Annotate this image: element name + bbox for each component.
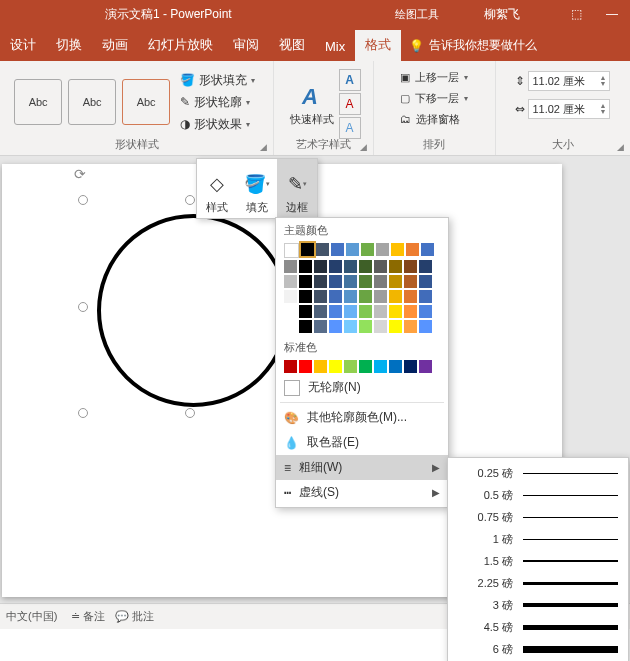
more-colors-item[interactable]: 🎨其他轮廓颜色(M)... [276, 405, 448, 430]
color-swatch[interactable] [419, 305, 432, 318]
color-swatch[interactable] [284, 320, 297, 333]
tab-mix[interactable]: Mix [315, 33, 355, 61]
shape-outline-button[interactable]: ✎形状轮廓▾ [176, 91, 259, 113]
color-swatch[interactable] [299, 305, 312, 318]
color-swatch[interactable] [299, 275, 312, 288]
resize-handle[interactable] [78, 408, 88, 418]
color-swatch[interactable] [374, 320, 387, 333]
color-swatch[interactable] [406, 243, 419, 256]
color-swatch[interactable] [329, 275, 342, 288]
color-swatch[interactable] [314, 260, 327, 273]
color-swatch[interactable] [419, 260, 432, 273]
weight-option[interactable]: 0.25 磅 [448, 462, 628, 484]
language-status[interactable]: 中文(中国) [6, 609, 57, 624]
notes-button[interactable]: ≐ 备注 [71, 609, 105, 624]
shape-style-2[interactable]: Abc [68, 79, 116, 125]
rotate-handle-icon[interactable]: ⟳ [74, 166, 90, 182]
ribbon-options-icon[interactable]: ⬚ [558, 0, 594, 28]
color-swatch[interactable] [299, 260, 312, 273]
mini-style-button[interactable]: ◇ 样式 [197, 159, 237, 218]
shape-width-input[interactable]: 11.02 厘米▲▼ [528, 99, 610, 119]
color-swatch[interactable] [329, 290, 342, 303]
color-swatch[interactable] [314, 320, 327, 333]
shape-height-input[interactable]: 11.02 厘米▲▼ [528, 71, 610, 91]
bring-forward-button[interactable]: ▣上移一层▾ [400, 67, 468, 87]
color-swatch[interactable] [374, 290, 387, 303]
text-fill-button[interactable]: A [339, 69, 361, 91]
shape-fill-button[interactable]: 🪣形状填充▾ [176, 69, 259, 91]
text-effects-button[interactable]: A [339, 117, 361, 139]
color-swatch[interactable] [329, 305, 342, 318]
resize-handle[interactable] [78, 302, 88, 312]
weight-option[interactable]: 2.25 磅 [448, 572, 628, 594]
quick-styles-button[interactable]: A 快速样式 [286, 80, 338, 129]
color-swatch[interactable] [344, 360, 357, 373]
color-swatch[interactable] [344, 290, 357, 303]
color-swatch[interactable] [284, 260, 297, 273]
color-swatch[interactable] [391, 243, 404, 256]
color-swatch[interactable] [404, 290, 417, 303]
color-swatch[interactable] [389, 260, 402, 273]
color-swatch[interactable] [404, 275, 417, 288]
color-swatch[interactable] [359, 305, 372, 318]
color-swatch[interactable] [374, 275, 387, 288]
color-swatch[interactable] [284, 275, 297, 288]
circle-shape[interactable] [97, 214, 290, 407]
resize-handle[interactable] [185, 408, 195, 418]
color-swatch[interactable] [344, 260, 357, 273]
color-swatch[interactable] [299, 320, 312, 333]
shape-style-3[interactable]: Abc [122, 79, 170, 125]
color-swatch[interactable] [374, 260, 387, 273]
color-swatch[interactable] [344, 305, 357, 318]
color-swatch[interactable] [404, 305, 417, 318]
weight-option[interactable]: 0.75 磅 [448, 506, 628, 528]
weight-option[interactable]: 1 磅 [448, 528, 628, 550]
tab-transitions[interactable]: 切换 [46, 30, 92, 61]
weight-option[interactable]: 0.5 磅 [448, 484, 628, 506]
minimize-icon[interactable]: ― [594, 0, 630, 28]
dialog-launcher-icon[interactable]: ◢ [360, 142, 370, 152]
color-swatch[interactable] [346, 243, 359, 256]
color-swatch[interactable] [389, 305, 402, 318]
color-swatch[interactable] [344, 275, 357, 288]
tell-me[interactable]: 💡告诉我你想要做什么 [401, 31, 545, 61]
color-swatch[interactable] [419, 360, 432, 373]
dashes-item[interactable]: ┅虚线(S)▶ [276, 480, 448, 505]
color-swatch[interactable] [374, 305, 387, 318]
dialog-launcher-icon[interactable]: ◢ [260, 142, 270, 152]
color-swatch[interactable] [314, 275, 327, 288]
user-name[interactable]: 柳絮飞 [484, 6, 520, 23]
color-swatch[interactable] [404, 260, 417, 273]
eyedropper-item[interactable]: 💧取色器(E) [276, 430, 448, 455]
tab-view[interactable]: 视图 [269, 30, 315, 61]
color-swatch[interactable] [359, 275, 372, 288]
color-swatch[interactable] [329, 320, 342, 333]
color-swatch[interactable] [376, 243, 389, 256]
color-swatch[interactable] [404, 320, 417, 333]
color-swatch[interactable] [331, 243, 344, 256]
text-outline-button[interactable]: A [339, 93, 361, 115]
send-backward-button[interactable]: ▢下移一层▾ [400, 88, 468, 108]
color-swatch[interactable] [299, 290, 312, 303]
color-swatch[interactable] [389, 290, 402, 303]
resize-handle[interactable] [185, 195, 195, 205]
color-swatch[interactable] [329, 260, 342, 273]
selection-pane-button[interactable]: 🗂选择窗格 [400, 109, 468, 129]
color-swatch[interactable] [314, 290, 327, 303]
color-swatch[interactable] [284, 360, 297, 373]
color-swatch[interactable] [314, 305, 327, 318]
color-swatch[interactable] [284, 305, 297, 318]
color-swatch[interactable] [374, 360, 387, 373]
color-swatch[interactable] [284, 243, 299, 258]
no-outline-item[interactable]: 无轮廓(N) [276, 375, 448, 400]
color-swatch[interactable] [301, 243, 314, 256]
tab-animations[interactable]: 动画 [92, 30, 138, 61]
color-swatch[interactable] [316, 243, 329, 256]
weight-item[interactable]: ≡粗细(W)▶ [276, 455, 448, 480]
weight-option[interactable]: 4.5 磅 [448, 616, 628, 638]
color-swatch[interactable] [389, 320, 402, 333]
color-swatch[interactable] [389, 360, 402, 373]
tab-format[interactable]: 格式 [355, 30, 401, 61]
color-swatch[interactable] [421, 243, 434, 256]
resize-handle[interactable] [78, 195, 88, 205]
